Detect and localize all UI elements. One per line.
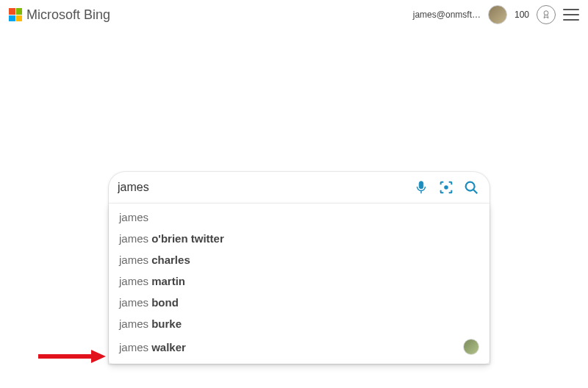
suggestion-text: james bond	[119, 296, 179, 309]
suggestion-avatar	[463, 339, 479, 355]
search-input[interactable]	[118, 179, 406, 195]
suggestion-text: james burke	[119, 317, 182, 330]
suggestions-list: jamesjames o'brien twitterjames charlesj…	[109, 204, 490, 364]
search-icon[interactable]	[463, 179, 479, 195]
rewards-icon[interactable]	[537, 5, 556, 24]
svg-line-5	[473, 190, 477, 193]
search-row	[109, 172, 490, 204]
suggestion-item[interactable]: james burke	[109, 313, 490, 334]
svg-point-0	[544, 11, 548, 15]
suggestion-item[interactable]: james o'brien twitter	[109, 228, 490, 249]
svg-point-3	[444, 185, 448, 190]
hamburger-menu-icon[interactable]	[563, 9, 579, 21]
suggestion-item[interactable]: james bond	[109, 292, 490, 313]
microsoft-icon	[9, 8, 22, 21]
visual-search-icon[interactable]	[438, 179, 454, 195]
suggestion-item[interactable]: james charles	[109, 249, 490, 270]
suggestion-item[interactable]: james	[109, 206, 490, 228]
suggestion-text: james o'brien twitter	[119, 232, 224, 245]
header-right: james@onmsft… 100	[413, 5, 579, 24]
rewards-points[interactable]: 100	[514, 10, 529, 20]
user-email[interactable]: james@onmsft…	[413, 10, 481, 20]
suggestion-text: james	[119, 211, 148, 223]
annotation-arrow-icon	[38, 350, 106, 363]
search-action-icons	[413, 179, 479, 195]
suggestion-item[interactable]: james martin	[109, 270, 490, 292]
svg-point-4	[466, 182, 475, 191]
logo-text: Microsoft Bing	[26, 7, 110, 23]
header: Microsoft Bing james@onmsft… 100	[0, 0, 588, 29]
suggestion-text: james martin	[119, 275, 185, 287]
suggestion-item[interactable]: james walker	[109, 334, 490, 359]
svg-rect-1	[419, 182, 423, 189]
search-box: jamesjames o'brien twitterjames charlesj…	[109, 172, 490, 364]
microphone-icon[interactable]	[413, 179, 429, 195]
suggestion-text: james charles	[119, 254, 190, 266]
suggestion-text: james walker	[119, 341, 186, 353]
avatar[interactable]	[488, 5, 507, 24]
bing-logo[interactable]: Microsoft Bing	[9, 7, 110, 23]
